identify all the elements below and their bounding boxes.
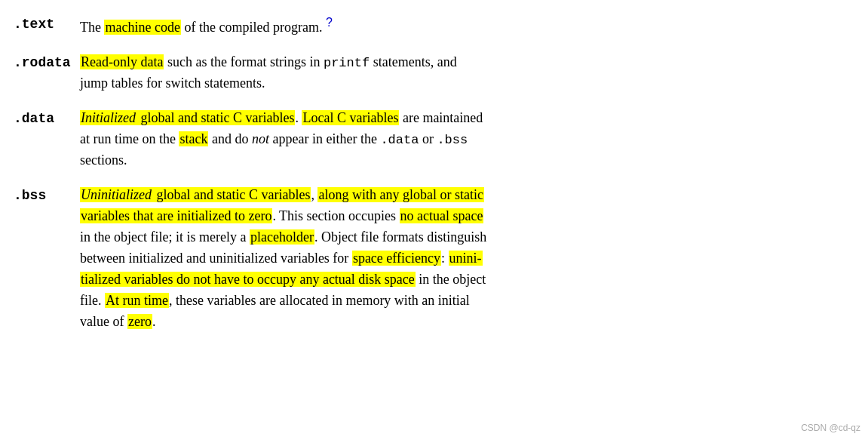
entry-text: .text The machine code of the compiled p… — [14, 14, 843, 38]
highlight: along with any global or static — [317, 187, 483, 202]
highlight: machine code — [104, 20, 180, 35]
entry-label-text: .text — [14, 14, 74, 35]
entry-description-text: The machine code of the compiled program… — [74, 14, 843, 38]
highlight-italic: Initialized — [80, 110, 136, 125]
code-text: .data — [380, 133, 419, 147]
highlight: global and static C variables — [136, 110, 295, 125]
entry-label-data: .data — [14, 108, 74, 130]
question-mark[interactable]: ? — [326, 16, 333, 29]
content-area: .text The machine code of the compiled p… — [14, 14, 843, 332]
entry-description-bss: Uninitialized global and static C variab… — [74, 185, 843, 332]
entry-description-data: Initialized global and static C variable… — [74, 108, 843, 171]
highlight: Local C variables — [302, 110, 399, 125]
code-text: printf — [324, 56, 370, 70]
highlight: stack — [179, 131, 208, 146]
entry-label-bss: .bss — [14, 185, 74, 207]
entry-bss: .bss Uninitialized global and static C v… — [14, 185, 843, 332]
highlight: tialized variables do not have to occupy… — [80, 272, 416, 287]
highlight: At run time — [105, 293, 169, 308]
highlight: global and static C variables — [152, 187, 311, 202]
entry-data: .data Initialized global and static C va… — [14, 108, 843, 171]
highlight: zero — [127, 314, 152, 329]
highlight: no actual space — [400, 208, 484, 223]
highlight: space efficiency — [352, 251, 441, 266]
entry-description-rodata: Read-only data such as the format string… — [74, 52, 843, 94]
code-text: .bss — [437, 133, 468, 147]
highlight-italic: Uninitialized — [80, 187, 152, 202]
highlight: Read-only data — [80, 54, 164, 69]
italic-text: not — [252, 131, 269, 146]
highlight: unini- — [449, 251, 483, 266]
highlight: placeholder — [250, 229, 314, 245]
entry-rodata: .rodata Read-only data such as the forma… — [14, 52, 843, 94]
highlight: variables that are initialized to zero — [80, 208, 272, 223]
entry-label-rodata: .rodata — [14, 52, 74, 74]
